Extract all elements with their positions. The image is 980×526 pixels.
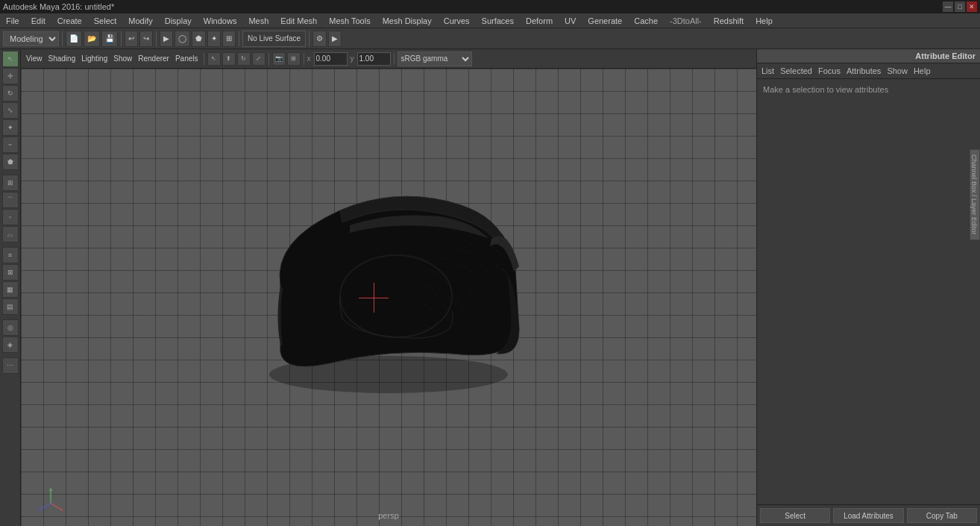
ae-nav-focus[interactable]: Focus [818, 66, 841, 75]
main-toolbar: Modeling 📄 📂 💾 ↩ ↪ ▶ ◯ ⬟ ✦ ⊞ No Live Sur… [0, 28, 980, 49]
viewport-area: View Shading Lighting Show Renderer Pane… [21, 49, 756, 526]
no-live-surface-label[interactable]: No Live Surface [242, 31, 306, 47]
menu-cache[interactable]: Cache [631, 13, 661, 28]
menu-generate[interactable]: Generate [585, 13, 625, 28]
rotate-tool-palette[interactable]: ↻ [2, 85, 19, 101]
more-tools-palette[interactable]: ⋯ [2, 357, 19, 374]
menu-mesh-display[interactable]: Mesh Display [380, 13, 435, 28]
ae-nav-list[interactable]: List [761, 66, 774, 75]
move-mode-btn[interactable]: ⬆ [222, 52, 236, 66]
attr-editor-title: Attribute Editor [915, 51, 976, 60]
move-tool-palette[interactable]: ✛ [2, 68, 19, 84]
separator-palette [2, 171, 19, 174]
menu-select[interactable]: Select [91, 13, 120, 28]
main-layout: ↖ ✛ ↻ ⤡ ✦ ~ ⬟ ⊞ ⌒ ◦ ⌓ ≡ ⊠ ▦ ▤ ◎ ◈ ⋯ View… [0, 49, 980, 526]
new-file-button[interactable]: 📄 [66, 31, 82, 47]
menu-deform[interactable]: Deform [523, 13, 556, 28]
snap-to-point-palette[interactable]: ◦ [2, 209, 19, 225]
close-button[interactable]: ✕ [967, 1, 977, 12]
menu-redshift[interactable]: Redshift [711, 13, 747, 28]
scale-tool-palette[interactable]: ⤡ [2, 102, 19, 119]
renderer-menu[interactable]: Renderer [136, 49, 172, 68]
channel-box-label: Channel Box / Layer Editor [970, 154, 978, 235]
render-settings-button[interactable]: ⚙ [312, 31, 327, 47]
scale-mode-btn[interactable]: ⤢ [252, 52, 266, 66]
ae-nav-show[interactable]: Show [887, 66, 908, 75]
titlebar: Autodesk Maya 2016: untitled* — □ ✕ [0, 0, 980, 13]
y-input[interactable] [357, 52, 391, 66]
menu-edit[interactable]: Edit [28, 13, 48, 28]
vp-sep-4 [394, 53, 395, 65]
menu-create[interactable]: Create [54, 13, 85, 28]
snap-to-grid-palette[interactable]: ⊞ [2, 175, 19, 191]
menu-mesh-tools[interactable]: Mesh Tools [326, 13, 373, 28]
wireframe-palette[interactable]: ▤ [2, 298, 19, 315]
separator-palette-3 [2, 316, 19, 319]
menu-display[interactable]: Display [162, 13, 195, 28]
viewport-label: persp [378, 511, 399, 520]
menubar: File Edit Create Select Modify Display W… [0, 13, 980, 28]
show-menu[interactable]: Show [111, 49, 134, 68]
vp-sep-1 [204, 53, 204, 65]
menu-mesh[interactable]: Mesh [245, 13, 271, 28]
transform-button[interactable]: ✦ [207, 31, 221, 47]
select-tool-palette[interactable]: ↖ [2, 51, 19, 67]
lighting-menu[interactable]: Lighting [79, 49, 110, 68]
menu-surfaces[interactable]: Surfaces [479, 13, 517, 28]
undo-button[interactable]: ↩ [125, 31, 138, 47]
ae-nav-help[interactable]: Help [914, 66, 931, 75]
paint-tool-button[interactable]: ⬟ [192, 31, 206, 47]
menu-uv[interactable]: UV [562, 13, 579, 28]
ipr-palette[interactable]: ◈ [2, 336, 19, 353]
mode-dropdown[interactable]: Modeling [3, 31, 59, 46]
select-mode-btn[interactable]: ↖ [207, 52, 221, 66]
snap-to-surface-palette[interactable]: ⌓ [2, 226, 19, 242]
minimize-button[interactable]: — [943, 1, 953, 12]
vp-sep-2 [268, 53, 269, 65]
channel-box-tab[interactable]: Channel Box / Layer Editor [970, 149, 980, 240]
soft-mod-palette[interactable]: ~ [2, 137, 19, 153]
xray-palette[interactable]: ⊠ [2, 264, 19, 281]
camera-btn[interactable]: 📷 [272, 52, 286, 66]
toolbar-separator-2 [121, 31, 122, 46]
menu-3dtoall[interactable]: -3DtoAll- [667, 13, 705, 28]
copy-tab-button[interactable]: Copy Tab [907, 508, 977, 523]
save-file-button[interactable]: 💾 [101, 31, 118, 47]
menu-windows[interactable]: Windows [201, 13, 240, 28]
history-palette[interactable]: ≡ [2, 247, 19, 263]
display-mode-palette[interactable]: ▦ [2, 281, 19, 298]
snap-grid-button[interactable]: ⊞ [222, 31, 236, 47]
menu-curves[interactable]: Curves [441, 13, 473, 28]
menu-help[interactable]: Help [753, 13, 776, 28]
gamma-dropdown[interactable]: sRGB gamma [398, 51, 472, 66]
toolbar-separator-3 [156, 31, 157, 46]
attr-editor-message: Make a selection to view attributes [763, 85, 888, 94]
shading-menu[interactable]: Shading [46, 49, 78, 68]
view-menu[interactable]: View [24, 49, 45, 68]
grid-btn[interactable]: ⊞ [287, 52, 301, 66]
svg-marker-5 [49, 487, 52, 491]
ae-nav-selected[interactable]: Selected [780, 66, 812, 75]
universal-manip-palette[interactable]: ✦ [2, 119, 19, 136]
open-file-button[interactable]: 📂 [84, 31, 100, 47]
render-palette[interactable]: ◎ [2, 319, 19, 336]
paint-sel-palette[interactable]: ⬟ [2, 154, 19, 170]
menu-file[interactable]: File [3, 13, 22, 28]
menu-edit-mesh[interactable]: Edit Mesh [277, 13, 320, 28]
tool-palette: ↖ ✛ ↻ ⤡ ✦ ~ ⬟ ⊞ ⌒ ◦ ⌓ ≡ ⊠ ▦ ▤ ◎ ◈ ⋯ [0, 49, 21, 526]
menu-modify[interactable]: Modify [125, 13, 155, 28]
render-button[interactable]: ▶ [328, 31, 342, 47]
rotate-mode-btn[interactable]: ↻ [237, 52, 251, 66]
maximize-button[interactable]: □ [955, 1, 965, 12]
app-title: Autodesk Maya 2016: untitled* [3, 2, 114, 11]
select-tool-button[interactable]: ▶ [160, 31, 173, 47]
load-attributes-button[interactable]: Load Attributes [833, 508, 903, 523]
select-button[interactable]: Select [760, 508, 830, 523]
ae-nav-attributes[interactable]: Attributes [846, 66, 881, 75]
viewport-canvas[interactable]: persp [21, 69, 756, 526]
snap-to-curve-palette[interactable]: ⌒ [2, 192, 19, 208]
x-input[interactable] [314, 52, 348, 66]
redo-button[interactable]: ↪ [139, 31, 153, 47]
panels-menu[interactable]: Panels [173, 49, 201, 68]
lasso-tool-button[interactable]: ◯ [175, 31, 190, 47]
